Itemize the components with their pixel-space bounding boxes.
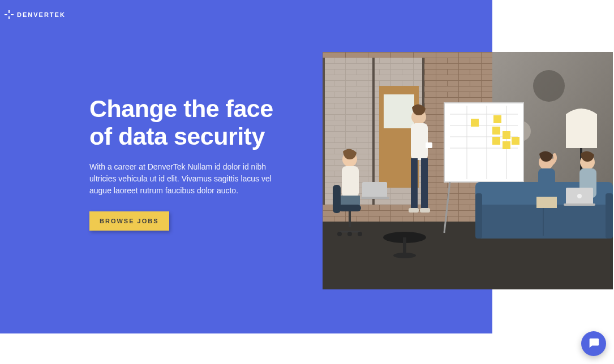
svg-rect-1 <box>8 16 10 19</box>
chat-widget-button[interactable] <box>581 331 606 356</box>
svg-rect-57 <box>361 197 389 199</box>
svg-rect-73 <box>564 203 595 206</box>
brand-name: DENVERTEK <box>17 11 66 18</box>
svg-rect-15 <box>323 58 325 205</box>
svg-rect-34 <box>503 141 510 149</box>
svg-rect-35 <box>512 137 519 145</box>
svg-rect-2 <box>5 14 7 15</box>
svg-rect-44 <box>420 208 430 213</box>
svg-rect-41 <box>411 158 418 209</box>
hero-title: Change the face of data security <box>89 95 293 151</box>
svg-rect-33 <box>503 131 510 139</box>
svg-rect-0 <box>8 10 10 13</box>
svg-rect-32 <box>492 137 500 145</box>
svg-rect-43 <box>409 208 419 213</box>
svg-rect-47 <box>342 166 359 197</box>
svg-rect-45 <box>426 142 432 148</box>
chat-icon <box>587 336 600 351</box>
browse-jobs-button[interactable]: BROWSE JOBS <box>89 211 169 231</box>
svg-rect-56 <box>362 182 387 198</box>
svg-rect-50 <box>338 205 361 211</box>
hero-content: Change the face of data security With a … <box>89 95 293 231</box>
hero-subtitle: With a career at DenverTek Nullam id dol… <box>89 161 282 197</box>
svg-rect-68 <box>536 197 557 208</box>
svg-point-11 <box>533 70 565 102</box>
svg-rect-3 <box>11 14 14 15</box>
svg-rect-30 <box>471 119 479 127</box>
svg-rect-19 <box>384 94 414 128</box>
svg-rect-63 <box>475 193 482 239</box>
svg-rect-67 <box>538 168 555 198</box>
svg-rect-64 <box>606 193 613 239</box>
svg-rect-42 <box>421 158 428 209</box>
svg-rect-59 <box>403 237 406 254</box>
hero-image <box>323 52 613 289</box>
svg-point-60 <box>393 253 416 258</box>
brand-logo[interactable]: DENVERTEK <box>5 10 66 19</box>
svg-point-54 <box>347 232 352 236</box>
svg-rect-40 <box>411 123 428 160</box>
logo-icon <box>5 10 14 19</box>
svg-point-72 <box>577 194 582 198</box>
svg-rect-31 <box>492 127 500 135</box>
svg-rect-48 <box>341 196 360 206</box>
svg-rect-36 <box>493 115 501 123</box>
svg-point-55 <box>358 232 362 236</box>
svg-point-53 <box>337 232 342 236</box>
